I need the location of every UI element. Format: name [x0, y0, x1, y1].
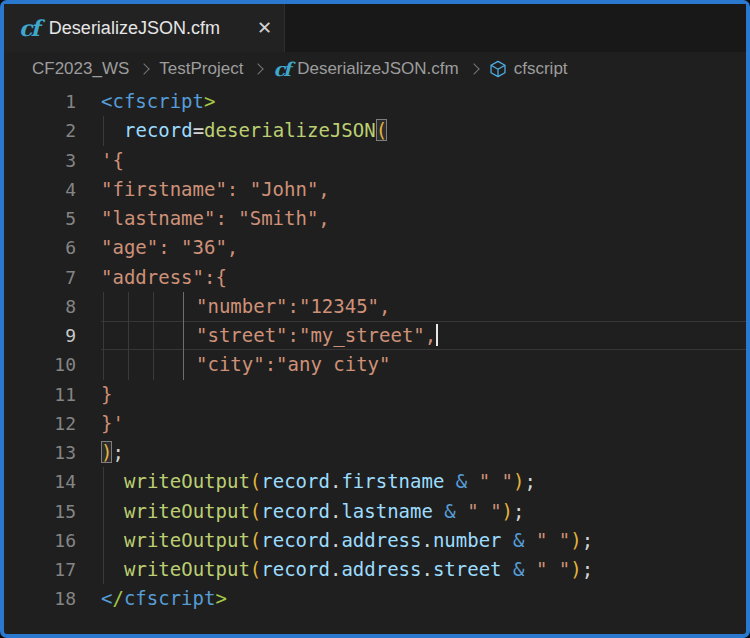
code-line[interactable]: 13);: [4, 438, 746, 467]
code-token: .: [421, 529, 432, 551]
code-line-content[interactable]: "lastname": "Smith",: [101, 204, 746, 233]
code-line[interactable]: 4"firstname": "John",: [4, 175, 746, 204]
code-token: ;: [582, 558, 593, 580]
code-token: ;: [582, 529, 593, 551]
symbol-cube-icon: [489, 60, 507, 78]
code-line-content[interactable]: }: [101, 380, 746, 409]
code-text: <cfscript>: [101, 87, 746, 116]
tab-deserializejson[interactable]: cf DeserializeJSON.cfm ✕: [4, 4, 285, 52]
code-token: <: [101, 587, 112, 609]
code-line[interactable]: 6"age": "36",: [4, 233, 746, 262]
code-token: (: [250, 500, 261, 522]
line-number: 16: [4, 526, 76, 555]
line-number: 2: [4, 116, 76, 145]
code-line-content[interactable]: "age": "36",: [101, 233, 746, 262]
code-line[interactable]: 5"lastname": "Smith",: [4, 204, 746, 233]
code-token: &: [444, 500, 455, 522]
code-line-content[interactable]: );: [101, 438, 746, 467]
code-line[interactable]: 2record=deserializeJSON(: [4, 116, 746, 145]
code-token: writeOutput: [124, 470, 250, 492]
code-line-content[interactable]: writeOutput(record.address.street & " ")…: [101, 555, 746, 584]
code-line[interactable]: 8"number":"12345",: [4, 292, 746, 321]
indent-guide: [103, 116, 104, 145]
code-line-content[interactable]: <cfscript>: [101, 87, 746, 116]
code-token: ): [513, 470, 524, 492]
code-line[interactable]: 7"address":{: [4, 263, 746, 292]
code-line[interactable]: 14writeOutput(record.firstname & " ");: [4, 467, 746, 496]
tab-title: DeserializeJSON.cfm: [49, 18, 247, 39]
line-number: 5: [4, 204, 76, 233]
indent-guide: [103, 292, 104, 321]
indent-guide: [153, 350, 154, 379]
code-text: }': [101, 409, 746, 438]
code-line-content[interactable]: writeOutput(record.firstname & " ");: [101, 467, 746, 496]
code-text: '{: [101, 146, 746, 175]
chevron-right-icon: [253, 63, 264, 74]
breadcrumb: CF2023_WS TestProject cf DeserializeJSON…: [4, 52, 746, 86]
code-text: "number":"12345",: [101, 292, 746, 321]
tab-bar: cf DeserializeJSON.cfm ✕: [4, 4, 746, 52]
code-token: .: [421, 558, 432, 580]
code-token: ;: [112, 441, 123, 463]
code-line-content[interactable]: "number":"12345",: [101, 292, 746, 321]
indent-guide: [183, 292, 184, 321]
code-line-content[interactable]: "city":"any city": [101, 350, 746, 379]
code-token: "number":"12345",: [196, 295, 390, 317]
code-line-content[interactable]: record=deserializeJSON(: [101, 116, 746, 145]
code-token: ;: [524, 470, 535, 492]
code-token: ;: [513, 500, 524, 522]
code-token: }': [101, 412, 124, 434]
code-token: address: [341, 529, 421, 551]
indent-guide: [153, 321, 154, 350]
code-token: writeOutput: [124, 558, 250, 580]
code-token: [433, 500, 444, 522]
code-line[interactable]: 10"city":"any city": [4, 350, 746, 379]
code-editor[interactable]: 1<cfscript>2record=deserializeJSON(3'{4"…: [4, 86, 746, 634]
code-token: "firstname": "John",: [101, 178, 330, 200]
code-line[interactable]: 18</cfscript>: [4, 584, 746, 613]
code-token: record: [261, 470, 330, 492]
code-line-content[interactable]: }': [101, 409, 746, 438]
line-number: 9: [4, 321, 76, 350]
code-text: writeOutput(record.lastname & " ");: [101, 497, 746, 526]
code-line[interactable]: 3'{: [4, 146, 746, 175]
code-token: lastname: [341, 500, 433, 522]
code-token: &: [513, 529, 524, 551]
code-line-content[interactable]: writeOutput(record.address.number & " ")…: [101, 526, 746, 555]
code-token: number: [433, 529, 502, 551]
code-token: (: [250, 529, 261, 551]
code-line[interactable]: 1<cfscript>: [4, 87, 746, 116]
code-token: " ": [536, 529, 570, 551]
code-line[interactable]: 16writeOutput(record.address.number & " …: [4, 526, 746, 555]
breadcrumb-item-file[interactable]: DeserializeJSON.cfm: [297, 59, 459, 79]
code-token: ): [570, 529, 581, 551]
breadcrumb-item-symbol-cfscript[interactable]: cfscript: [514, 59, 568, 79]
code-line[interactable]: 17writeOutput(record.address.street & " …: [4, 555, 746, 584]
code-line[interactable]: 12}': [4, 409, 746, 438]
code-line-content[interactable]: writeOutput(record.lastname & " ");: [101, 497, 746, 526]
code-text: record=deserializeJSON(: [101, 116, 746, 145]
code-line-content[interactable]: "address":{: [101, 263, 746, 292]
code-line-content[interactable]: '{: [101, 146, 746, 175]
code-token: address: [341, 558, 421, 580]
close-icon[interactable]: ✕: [257, 19, 272, 37]
code-token: .: [330, 558, 341, 580]
code-text: }: [101, 380, 746, 409]
breadcrumb-item-project[interactable]: TestProject: [159, 59, 243, 79]
code-text: "age": "36",: [101, 233, 746, 262]
indent-guide: [128, 350, 129, 379]
breadcrumb-item-workspace[interactable]: CF2023_WS: [32, 59, 129, 79]
code-line-content[interactable]: "street":"my_street",: [101, 321, 746, 350]
code-line-content[interactable]: "firstname": "John",: [101, 175, 746, 204]
indent-guide: [103, 497, 104, 526]
code-line[interactable]: 15writeOutput(record.lastname & " ");: [4, 497, 746, 526]
code-line[interactable]: 11}: [4, 380, 746, 409]
code-token: record: [261, 529, 330, 551]
code-line[interactable]: 9"street":"my_street",: [4, 321, 746, 350]
indent-guide: [103, 526, 104, 555]
code-token: "city":"any city": [196, 353, 390, 375]
code-token: .: [330, 500, 341, 522]
line-number: 1: [4, 87, 76, 116]
code-line-content[interactable]: </cfscript>: [101, 584, 746, 613]
code-token: &: [456, 470, 467, 492]
